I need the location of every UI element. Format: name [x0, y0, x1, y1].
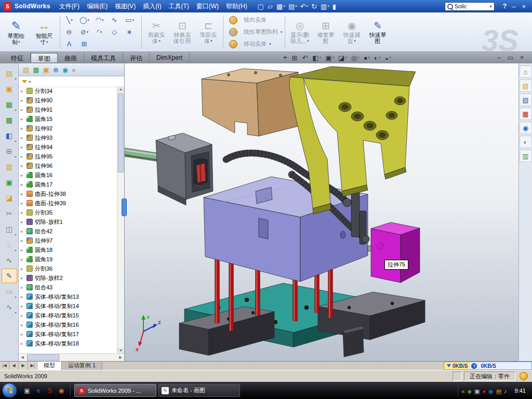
display-style-icon[interactable]: ◪▾: [338, 54, 347, 62]
tray-icon-2[interactable]: ▣: [474, 386, 480, 395]
left-tool-icon-7[interactable]: ▥: [2, 159, 17, 174]
doc-close-button[interactable]: ×: [518, 54, 526, 61]
solidworks-quicklaunch-icon[interactable]: S: [45, 385, 55, 396]
status-icon[interactable]: [520, 372, 528, 380]
left-tool-icon-12[interactable]: ◌▾: [2, 237, 17, 252]
rebuild-icon[interactable]: ↻: [310, 1, 319, 11]
expand-arrow-icon[interactable]: [21, 257, 26, 262]
tree-item[interactable]: 实体-移动/复制15: [19, 311, 117, 320]
rapid-sketch-button[interactable]: ✎ 快速草 图: [365, 14, 391, 50]
sketch-fillet-icon[interactable]: ◜▾: [92, 26, 107, 38]
scrollbar-thumb[interactable]: [118, 94, 124, 172]
tree-item[interactable]: 圆角15: [19, 114, 117, 124]
model-tab[interactable]: 运动算例 1: [62, 362, 102, 370]
model-part-extrude75-block[interactable]: [371, 222, 420, 283]
dropdown-arrow-icon[interactable]: ▾: [46, 39, 48, 45]
tree-item[interactable]: 圆角18: [19, 245, 117, 255]
tree-item[interactable]: 拉伸91: [19, 105, 117, 114]
expand-arrow-icon[interactable]: [21, 248, 26, 252]
model-part-clamp-unit[interactable]: [125, 133, 213, 205]
expand-arrow-icon[interactable]: [21, 126, 26, 131]
taskbar-task[interactable]: ✎ 未命名 - 画图: [158, 384, 240, 397]
help-button[interactable]: ?: [501, 3, 509, 10]
ribbon-tab[interactable]: 模具工具: [84, 53, 123, 62]
expand-arrow-icon[interactable]: [21, 136, 26, 140]
configurationmanager-tab-icon[interactable]: ▣: [43, 66, 49, 74]
undo-icon[interactable]: ↶▾: [299, 1, 310, 11]
apply-scene-icon[interactable]: ◐▾: [374, 54, 380, 62]
expand-arrow-icon[interactable]: [21, 220, 26, 224]
model-part-top-plate[interactable]: [202, 69, 300, 136]
arc-icon[interactable]: ◠▾: [92, 14, 107, 26]
line-icon[interactable]: ╲▾: [62, 14, 77, 26]
expand-arrow-icon[interactable]: [21, 154, 26, 159]
tree-item[interactable]: 曲面-拉伸39: [19, 198, 117, 208]
tab-nav-button[interactable]: |◀: [0, 362, 9, 370]
repair-sketch-button[interactable]: ⊞ 修复草 图: [313, 14, 339, 50]
scroll-right-icon[interactable]: [117, 355, 124, 360]
expand-arrow-icon[interactable]: [21, 295, 26, 299]
left-tool-icon-9[interactable]: ◪: [2, 191, 17, 205]
scroll-left-icon[interactable]: [19, 355, 26, 360]
expand-arrow-icon[interactable]: [21, 313, 26, 318]
filter-dropdown-icon[interactable]: ▼: [28, 80, 32, 84]
ellipse-icon[interactable]: ⊘▾: [77, 26, 92, 38]
edit-appearance-icon[interactable]: ●▾: [364, 54, 370, 62]
tree-item[interactable]: 拉伸90: [19, 96, 117, 105]
expand-arrow-icon[interactable]: [21, 89, 26, 94]
offset-entities-button[interactable]: ⊏ 等距实 体▾: [195, 14, 221, 50]
close-button[interactable]: ×: [518, 3, 529, 10]
tray-icon-1[interactable]: ◆: [468, 386, 472, 395]
ribbon-tab[interactable]: 评估: [123, 53, 150, 62]
tree-item[interactable]: 实体-移动/复制18: [19, 339, 117, 348]
tree-item[interactable]: 圆角16: [19, 170, 117, 180]
scrollbar-thumb[interactable]: [27, 354, 59, 361]
tree-item[interactable]: 组合42: [19, 227, 117, 236]
expand-arrow-icon[interactable]: [21, 229, 26, 234]
left-tool-icon-15[interactable]: ▭▾: [2, 284, 17, 299]
plane-icon[interactable]: ⊞: [77, 38, 92, 50]
tree-item[interactable]: 实体-移动/复制13: [19, 292, 117, 301]
expand-arrow-icon[interactable]: [21, 285, 26, 290]
left-tool-icon-6[interactable]: ⊞▾: [2, 144, 17, 158]
filter-icon[interactable]: [22, 80, 27, 84]
tray-icon-4[interactable]: ◉: [488, 386, 494, 395]
start-button[interactable]: [2, 383, 17, 398]
scroll-up-icon[interactable]: [117, 86, 124, 92]
tree-item[interactable]: 分割36: [19, 264, 117, 273]
tray-icon-6[interactable]: ♪: [504, 386, 507, 395]
new-document-icon[interactable]: ▢: [256, 1, 266, 11]
expand-arrow-icon[interactable]: [21, 98, 26, 103]
scrollbar-track[interactable]: [26, 354, 117, 361]
hide-show-items-icon[interactable]: ◎▾: [351, 54, 360, 62]
convert-entities-button[interactable]: ⊡ 转换实 体引用: [169, 14, 195, 50]
menu-item[interactable]: 插入(I): [139, 1, 165, 12]
expand-arrow-icon[interactable]: [21, 341, 26, 346]
circle-icon[interactable]: ◯▾: [77, 14, 92, 26]
view-palette-icon[interactable]: ▦: [520, 108, 532, 120]
trim-entities-button[interactable]: ✂ 剪裁实 体▾: [143, 14, 169, 50]
rectangle-icon[interactable]: ▭▾: [122, 14, 137, 26]
file-explorer-icon[interactable]: ▧: [520, 94, 532, 106]
featuremanager-tab-icon[interactable]: ▤: [23, 66, 29, 74]
tree-item[interactable]: 分割34: [19, 86, 117, 96]
dropdown-arrow-icon[interactable]: ▾: [18, 39, 20, 45]
mirror-entities-button[interactable]: ◫ 镜向实体: [225, 14, 283, 26]
zoom-fit-icon[interactable]: ⌖: [283, 54, 287, 62]
expand-arrow-icon[interactable]: [21, 108, 26, 112]
propertymanager-tab-icon[interactable]: ▦: [33, 66, 39, 74]
menu-item[interactable]: 工具(T): [165, 1, 192, 12]
appearances-icon[interactable]: ◉: [520, 122, 532, 134]
tree-item[interactable]: 实体-移动/复制16: [19, 320, 117, 329]
expand-arrow-icon[interactable]: [21, 332, 26, 337]
network-speed-widget[interactable]: 0KB/S ? 0KB/S: [444, 362, 532, 370]
displaymanager-tab-icon[interactable]: ◉: [62, 66, 68, 74]
left-tool-icon-2[interactable]: ▣: [2, 82, 17, 96]
left-tool-icon-5[interactable]: ◧▾: [2, 128, 17, 143]
section-view-icon[interactable]: ◧▾: [312, 54, 321, 62]
tree-item[interactable]: 拉伸97: [19, 236, 117, 245]
tray-expand-icon[interactable]: «: [461, 386, 464, 395]
zoom-area-icon[interactable]: ⊞: [292, 54, 298, 62]
point-icon[interactable]: ∗: [122, 26, 137, 38]
menu-item[interactable]: 编辑(E): [83, 1, 111, 12]
